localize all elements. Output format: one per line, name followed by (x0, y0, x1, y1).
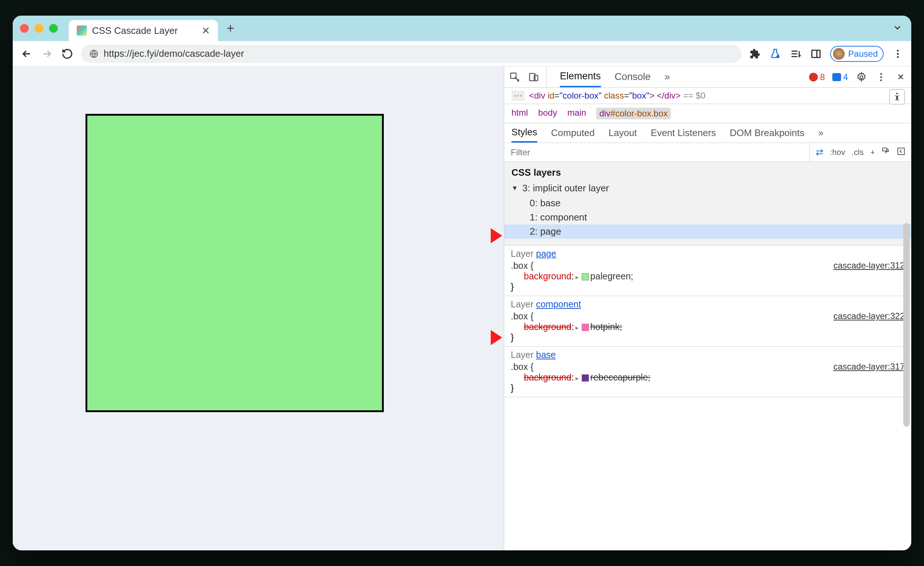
labs-icon[interactable] (769, 48, 782, 60)
browser-window: CSS Cascade Layer ✕ + https://jec.fyi/de… (13, 16, 911, 550)
svg-point-13 (896, 93, 898, 94)
inspect-icon[interactable] (508, 71, 521, 83)
paint-icon[interactable] (882, 147, 890, 158)
layer-child-2[interactable]: 2: page (504, 224, 911, 239)
subtab-styles[interactable]: Styles (512, 123, 537, 143)
subtab-overflow-icon[interactable]: » (818, 123, 823, 143)
style-rule[interactable]: Layer component.box {cascade-layer:322ba… (504, 296, 911, 347)
rule-selector: .box { (511, 311, 534, 321)
subtab-dom-breakpoints[interactable]: DOM Breakpoints (730, 123, 804, 143)
dom-line[interactable]: ⋯ <div id="color-box" class="box"> </div… (504, 88, 911, 104)
message-badge[interactable]: 4 (832, 72, 848, 82)
accessibility-icon[interactable] (890, 89, 905, 104)
layer-child-1[interactable]: 1: component (512, 210, 904, 224)
svg-point-10 (880, 73, 882, 75)
profile-paused-badge[interactable]: Paused (830, 46, 884, 62)
rule-selector: .box { (511, 260, 534, 271)
tab-overflow-icon[interactable]: » (664, 66, 670, 87)
tab-console[interactable]: Console (615, 66, 651, 87)
hov-button[interactable]: :hov (830, 148, 845, 157)
toolbar: https://jec.fyi/demo/cascade-layer Pause… (13, 41, 911, 66)
globe-icon (89, 49, 99, 59)
forward-button[interactable] (40, 47, 54, 60)
layer-child-0[interactable]: 0: base (512, 196, 904, 210)
rule-source-link[interactable]: cascade-layer:317 (833, 362, 905, 372)
browser-tab[interactable]: CSS Cascade Layer ✕ (69, 20, 218, 41)
cls-button[interactable]: .cls (852, 148, 864, 157)
svg-rect-2 (812, 50, 820, 57)
svg-point-12 (880, 79, 882, 81)
settings-icon[interactable] (855, 71, 868, 83)
rule-close: } (511, 282, 905, 292)
filter-bar: ⇄ :hov .cls + (504, 143, 911, 162)
svg-point-3 (897, 50, 899, 51)
subtab-computed[interactable]: Computed (551, 123, 595, 143)
prop-name[interactable]: background (524, 372, 572, 382)
reload-button[interactable] (61, 47, 74, 60)
rule-source-link[interactable]: cascade-layer:312 (833, 260, 905, 271)
address-bar[interactable]: https://jec.fyi/demo/cascade-layer (81, 45, 741, 63)
svg-rect-14 (882, 148, 887, 151)
subtab-event-listeners[interactable]: Event Listeners (651, 123, 716, 143)
computed-panel-icon[interactable] (897, 147, 906, 158)
tabs-dropdown-icon[interactable] (892, 23, 903, 34)
expand-icon[interactable]: ▸ (576, 375, 579, 382)
tab-title: CSS Cascade Layer (92, 25, 196, 36)
layer-link[interactable]: page (536, 248, 556, 259)
devtools-menu-icon[interactable] (875, 71, 887, 83)
prop-value[interactable]: palegreen; (590, 271, 633, 281)
window-close-icon[interactable] (20, 24, 29, 33)
color-swatch-icon[interactable] (582, 273, 589, 281)
breadcrumb-selected[interactable]: div#color-box.box (596, 108, 670, 119)
breadcrumb-main[interactable]: main (567, 108, 586, 119)
color-swatch-icon[interactable] (582, 374, 589, 381)
expand-icon[interactable]: ▸ (576, 273, 579, 281)
prop-name[interactable]: background (524, 321, 572, 332)
dom-ellipsis-icon[interactable]: ⋯ (512, 90, 525, 101)
breadcrumb-html[interactable]: html (512, 108, 528, 119)
layer-parent[interactable]: 3: implicit outer layer (512, 183, 904, 194)
style-rule[interactable]: Layer page.box {cascade-layer:312backgro… (504, 246, 911, 296)
style-rule[interactable]: Layer base.box {cascade-layer:317backgro… (504, 347, 911, 397)
tab-close-icon[interactable]: ✕ (201, 25, 210, 37)
styles-subtabs: Styles Computed Layout Event Listeners D… (504, 123, 911, 143)
reading-list-icon[interactable] (789, 48, 802, 60)
svg-rect-15 (898, 148, 904, 155)
content-area: Elements Console » 8 4 ✕ ⋯ <div id="colo… (13, 66, 911, 550)
layer-link[interactable]: base (536, 350, 555, 360)
rule-close: } (511, 383, 905, 393)
prop-name[interactable]: background (524, 271, 572, 281)
back-button[interactable] (20, 47, 33, 60)
layer-link[interactable]: component (536, 299, 581, 309)
filter-input[interactable] (504, 143, 810, 162)
expand-icon[interactable]: ▸ (576, 324, 579, 331)
layers-toggle-icon[interactable]: ⇄ (816, 147, 824, 158)
color-box (86, 114, 384, 412)
subtab-layout[interactable]: Layout (609, 123, 637, 143)
tab-elements[interactable]: Elements (560, 66, 601, 87)
device-toggle-icon[interactable] (528, 71, 540, 83)
color-swatch-icon[interactable] (582, 324, 589, 331)
side-panel-icon[interactable] (810, 48, 822, 60)
extensions-icon[interactable] (748, 48, 761, 60)
avatar-icon (833, 48, 845, 60)
rule-body: background:▸hotpink; (511, 321, 905, 332)
window-maximize-icon[interactable] (49, 24, 58, 33)
prop-value[interactable]: hotpink; (590, 321, 622, 332)
rule-source-link[interactable]: cascade-layer:322 (833, 311, 905, 321)
red-arrow-icon (471, 325, 504, 350)
devtools-close-icon[interactable]: ✕ (894, 71, 907, 83)
new-tab-button[interactable]: + (226, 21, 234, 36)
scrollbar[interactable] (903, 223, 910, 427)
svg-point-9 (860, 76, 863, 78)
new-rule-button[interactable]: + (870, 148, 875, 157)
rule-close: } (511, 332, 905, 343)
style-blocks: Layer page.box {cascade-layer:312backgro… (504, 246, 911, 397)
window-minimize-icon[interactable] (34, 24, 43, 33)
toolbar-actions: Paused (748, 46, 904, 62)
prop-value[interactable]: rebeccapurple; (590, 372, 651, 382)
error-badge[interactable]: 8 (809, 72, 825, 82)
menu-icon[interactable] (892, 48, 904, 60)
svg-point-5 (897, 56, 899, 58)
breadcrumb-body[interactable]: body (538, 108, 557, 119)
